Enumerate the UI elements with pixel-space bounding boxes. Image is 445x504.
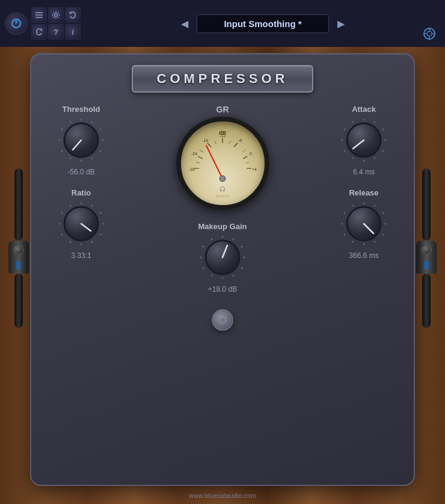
- threshold-label: Threshold: [63, 105, 100, 114]
- attack-group: Attack: [340, 105, 388, 176]
- svg-point-8: [52, 14, 54, 16]
- website-credit: www.bluecataudio.com: [189, 492, 257, 499]
- makeup-knob-area[interactable]: [198, 233, 247, 281]
- release-label: Release: [349, 188, 378, 197]
- plugin-body: COMPRESSOR Threshold: [30, 53, 415, 486]
- threshold-knob-area[interactable]: [57, 116, 105, 164]
- svg-point-90: [221, 319, 224, 321]
- svg-text:🎧: 🎧: [219, 186, 226, 192]
- svg-point-80: [210, 275, 212, 277]
- right-cable: [416, 168, 437, 328]
- prev-preset-button[interactable]: ◀: [177, 16, 192, 31]
- svg-point-107: [344, 212, 346, 214]
- left-controls: Threshold: [42, 105, 120, 260]
- svg-line-55: [207, 143, 211, 147]
- svg-point-115: [382, 212, 384, 214]
- makeup-gain-value: +18.0 dB: [208, 285, 237, 293]
- svg-point-85: [241, 246, 242, 248]
- svg-point-6: [55, 11, 57, 13]
- release-knob-area[interactable]: [340, 200, 388, 248]
- svg-point-78: [200, 257, 201, 259]
- svg-point-27: [70, 158, 72, 159]
- svg-point-29: [91, 158, 93, 159]
- svg-text:+4: +4: [252, 167, 257, 171]
- svg-point-91: [363, 119, 365, 121]
- plugin-title: COMPRESSOR: [157, 71, 289, 86]
- svg-line-70: [246, 162, 249, 163]
- svg-point-36: [81, 203, 82, 204]
- preset-navigation: ◀ Input Smoothing * ▶: [91, 14, 434, 33]
- attack-knob[interactable]: [340, 116, 388, 164]
- svg-point-112: [374, 241, 376, 243]
- svg-point-98: [374, 158, 376, 159]
- redo-icon[interactable]: [31, 24, 47, 40]
- svg-line-69: [242, 150, 246, 152]
- info-icon[interactable]: i: [65, 24, 81, 40]
- svg-point-108: [342, 223, 343, 225]
- svg-text:-24: -24: [191, 152, 197, 156]
- svg-point-113: [382, 234, 384, 236]
- left-cable: [8, 168, 29, 328]
- svg-point-72: [219, 176, 226, 182]
- svg-point-79: [202, 268, 204, 269]
- menu-icon[interactable]: [31, 7, 47, 23]
- svg-text:-6: -6: [238, 138, 241, 143]
- svg-point-77: [202, 246, 204, 248]
- makeup-gain-knob[interactable]: [198, 233, 247, 281]
- ratio-knob-area[interactable]: [57, 200, 105, 248]
- svg-line-67: [214, 141, 216, 144]
- release-knob[interactable]: [340, 200, 388, 248]
- right-controls: Attack: [325, 105, 403, 260]
- threshold-value: -56.0 dB: [67, 168, 94, 176]
- controls-area: Threshold: [42, 105, 403, 474]
- attack-knob-area[interactable]: [340, 116, 388, 164]
- next-preset-button[interactable]: ▶: [334, 16, 348, 31]
- ratio-value: 3.33:1: [71, 251, 91, 260]
- makeup-gain-label: Makeup Gain: [198, 222, 247, 231]
- preset-name-display: Input Smoothing *: [197, 14, 329, 33]
- svg-point-106: [352, 205, 354, 207]
- ratio-knob[interactable]: [57, 200, 105, 248]
- toolbar-icons: ? i: [31, 7, 81, 40]
- svg-point-7: [55, 18, 57, 19]
- svg-point-83: [241, 268, 242, 269]
- bottom-button[interactable]: [212, 309, 233, 331]
- svg-point-94: [342, 140, 343, 141]
- release-value: 366.6 ms: [349, 251, 378, 260]
- attack-value: 6.4 ms: [353, 168, 375, 176]
- center-controls: GR dB: [126, 105, 319, 331]
- svg-line-71: [206, 146, 222, 179]
- svg-point-13: [53, 17, 54, 18]
- svg-point-46: [100, 212, 102, 214]
- svg-point-12: [58, 12, 59, 13]
- toolbar: ? i ◀ Input Smoothing * ▶: [0, 0, 445, 47]
- svg-point-109: [344, 234, 346, 236]
- svg-line-65: [196, 162, 200, 163]
- link-icon[interactable]: [422, 26, 437, 41]
- svg-line-61: [243, 156, 247, 159]
- gr-meter-container: GR dB: [176, 105, 269, 210]
- svg-line-68: [229, 141, 231, 144]
- svg-point-44: [100, 234, 102, 236]
- gr-vu-meter: dB -30 -24 -18 -12: [176, 117, 269, 210]
- svg-point-110: [352, 241, 354, 243]
- svg-point-24: [61, 129, 63, 131]
- help-icon[interactable]: ?: [48, 24, 64, 40]
- settings-icon[interactable]: [48, 7, 64, 23]
- svg-point-100: [385, 140, 387, 141]
- svg-text:0: 0: [250, 152, 252, 156]
- svg-point-116: [374, 205, 376, 207]
- svg-point-105: [363, 203, 365, 204]
- svg-point-93: [344, 129, 346, 131]
- svg-point-92: [352, 121, 354, 123]
- power-button[interactable]: [5, 12, 28, 35]
- svg-point-26: [61, 150, 63, 152]
- svg-point-76: [210, 239, 212, 241]
- svg-point-82: [232, 275, 234, 277]
- threshold-knob[interactable]: [57, 116, 105, 164]
- svg-point-114: [385, 223, 387, 225]
- svg-point-38: [61, 212, 63, 214]
- threshold-group: Threshold: [57, 105, 105, 176]
- undo-icon[interactable]: [65, 7, 81, 23]
- svg-point-9: [59, 14, 60, 16]
